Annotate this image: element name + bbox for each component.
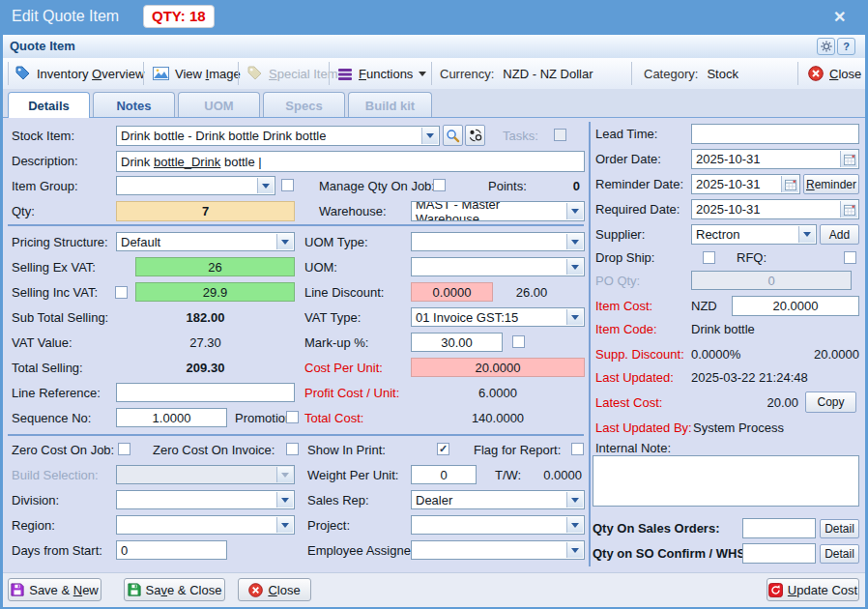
- dropdown-arrow-icon[interactable]: [566, 259, 583, 275]
- cost-per-unit-input[interactable]: 20.0000: [411, 358, 585, 377]
- close-icon[interactable]: ✕: [833, 8, 846, 26]
- supplier-select[interactable]: Rectron: [691, 224, 817, 245]
- flag-for-report-checkbox[interactable]: [571, 443, 584, 455]
- internal-note-textarea[interactable]: [593, 455, 859, 507]
- toolbar-separator: [431, 62, 432, 85]
- dropdown-arrow-icon[interactable]: [566, 203, 583, 219]
- vat-type-select[interactable]: 01 Invoice GST:15: [411, 307, 585, 327]
- description-input[interactable]: Drink bottle_Drink bottle |: [116, 151, 585, 172]
- stock-search-button[interactable]: [443, 125, 463, 146]
- functions-button[interactable]: Functions: [338, 61, 426, 86]
- zero-cost-on-invoice-checkbox[interactable]: [286, 443, 299, 455]
- uom-label: UOM:: [304, 260, 337, 275]
- copy-button[interactable]: Copy: [805, 392, 856, 413]
- calendar-icon[interactable]: [781, 176, 798, 192]
- stock-item-value: Drink bottle - Drink bottle Drink bottle: [121, 129, 326, 143]
- warehouse-select[interactable]: MAST - Master Warehouse: [411, 201, 585, 221]
- uom-type-select[interactable]: [411, 232, 585, 251]
- dropdown-arrow-icon[interactable]: [257, 178, 274, 193]
- calendar-icon[interactable]: [840, 151, 857, 167]
- toolbar-close-button[interactable]: Close: [808, 61, 861, 86]
- settings-button[interactable]: [817, 38, 835, 55]
- reminder-button[interactable]: Reminder: [803, 174, 859, 194]
- update-cost-button[interactable]: Update Cost: [767, 578, 859, 601]
- qty-on-so-confirm-input[interactable]: [742, 543, 816, 564]
- required-date-input[interactable]: 2025-10-31: [691, 199, 859, 219]
- item-group-select[interactable]: [116, 176, 275, 195]
- tab-specs: Specs: [263, 92, 345, 118]
- selling-inc-vat-value: 29.9: [203, 285, 227, 300]
- selling-inc-vat-checkbox[interactable]: [115, 286, 128, 299]
- close-button[interactable]: Close: [238, 578, 311, 601]
- sequence-no-label: Sequence No:: [12, 411, 91, 425]
- division-select[interactable]: [116, 490, 295, 509]
- sales-orders-detail-button[interactable]: Detail: [820, 519, 859, 538]
- inventory-overview-button[interactable]: Inventory Overview: [15, 61, 144, 86]
- points-label: Points:: [488, 179, 527, 193]
- reminder-date-input[interactable]: 2025-10-31: [691, 174, 800, 194]
- promotion-checkbox[interactable]: [286, 411, 299, 423]
- calendar-icon[interactable]: [840, 201, 857, 218]
- tab-details[interactable]: Details: [8, 92, 90, 118]
- save-close-button[interactable]: Save & Close: [124, 578, 225, 601]
- dropdown-arrow-icon[interactable]: [798, 226, 815, 243]
- dropdown-arrow-icon[interactable]: [276, 492, 293, 508]
- help-button[interactable]: ?: [837, 38, 855, 55]
- category-value: Stock: [707, 67, 738, 81]
- selling-ex-vat-input[interactable]: 26: [135, 257, 295, 276]
- dropdown-arrow-icon[interactable]: [566, 492, 583, 508]
- item-cost-input[interactable]: 20.0000: [732, 296, 859, 316]
- dropdown-arrow-icon[interactable]: [566, 234, 583, 249]
- build-selection-select: [116, 465, 295, 484]
- selling-inc-vat-input[interactable]: 29.9: [135, 282, 295, 302]
- save-new-button[interactable]: Save & New: [8, 578, 101, 601]
- stock-item-select[interactable]: Drink bottle - Drink bottle Drink bottle: [116, 126, 440, 146]
- qty-label: Qty:: [12, 204, 35, 218]
- pricing-structure-select[interactable]: Default: [116, 232, 295, 251]
- dropdown-arrow-icon[interactable]: [276, 517, 293, 533]
- so-confirm-detail-button[interactable]: Detail: [820, 544, 859, 564]
- dropdown-arrow-icon: [276, 467, 293, 482]
- currency-value: NZD - NZ Dollar: [503, 67, 593, 81]
- currency-readout: Currency: NZD - NZ Dollar: [440, 61, 593, 86]
- line-reference-input[interactable]: [116, 383, 295, 402]
- project-select[interactable]: [411, 515, 585, 535]
- view-image-button[interactable]: View Image: [153, 61, 241, 86]
- line-discount-input[interactable]: 0.0000: [411, 282, 493, 302]
- qty-on-sales-orders-input[interactable]: [742, 518, 816, 538]
- add-supplier-button[interactable]: Add: [820, 224, 859, 245]
- dropdown-arrow-icon[interactable]: [566, 309, 583, 325]
- supplier-value: Rectron: [696, 227, 740, 242]
- markup-input[interactable]: 30.00: [411, 333, 503, 352]
- selling-ex-vat-label: Selling Ex VAT:: [12, 260, 96, 275]
- update-cost-label: Update Cost: [788, 583, 857, 597]
- employee-assigned-select[interactable]: [411, 540, 585, 560]
- drop-ship-checkbox[interactable]: [703, 251, 715, 264]
- markup-checkbox[interactable]: [512, 335, 525, 348]
- vat-type-label: VAT Type:: [304, 310, 361, 325]
- item-group-checkbox[interactable]: [281, 179, 294, 191]
- tab-uom: UOM: [178, 92, 260, 118]
- qty-input[interactable]: 7: [116, 201, 295, 221]
- last-updated-label: Last Updated:: [595, 370, 674, 385]
- gear-icon: [821, 41, 832, 52]
- weight-per-unit-input[interactable]: 0: [411, 465, 477, 484]
- dropdown-arrow-icon[interactable]: [566, 517, 583, 533]
- stock-swap-button[interactable]: [465, 125, 485, 146]
- region-select[interactable]: [116, 515, 295, 535]
- manage-qty-on-job-checkbox[interactable]: [433, 179, 446, 191]
- order-date-input[interactable]: 2025-10-31: [691, 149, 859, 169]
- sales-rep-select[interactable]: Dealer: [411, 490, 585, 509]
- rfq-checkbox[interactable]: [844, 251, 856, 264]
- uom-select[interactable]: [411, 257, 585, 276]
- show-in-print-checkbox[interactable]: ✓: [437, 443, 449, 455]
- sequence-no-input[interactable]: 1.0000: [116, 408, 227, 427]
- points-value: 0: [539, 179, 580, 193]
- dropdown-arrow-icon[interactable]: [421, 128, 438, 144]
- days-from-start-input[interactable]: 0: [116, 540, 227, 560]
- dropdown-arrow-icon[interactable]: [566, 542, 583, 558]
- lead-time-input[interactable]: [691, 124, 859, 144]
- dropdown-arrow-icon[interactable]: [276, 234, 293, 249]
- zero-cost-on-job-checkbox[interactable]: [118, 443, 130, 455]
- tab-notes[interactable]: Notes: [93, 92, 175, 118]
